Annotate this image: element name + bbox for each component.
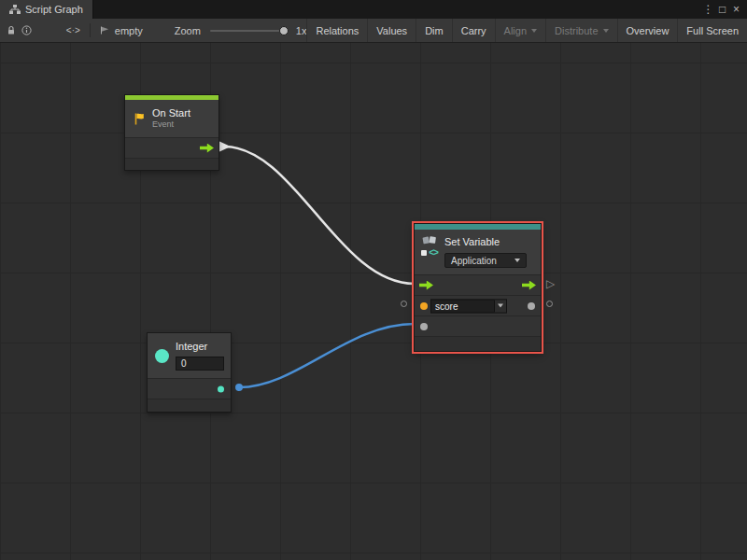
set-variable-header: <> Set Variable Application xyxy=(415,230,541,274)
wire-flow-arrow-icon xyxy=(218,141,231,152)
on-start-port-row xyxy=(125,137,218,158)
relations-button[interactable]: Relations xyxy=(306,19,367,42)
flow-output-stub-icon: ▷ xyxy=(546,278,555,289)
carry-label: Carry xyxy=(461,25,486,36)
input-stub-icon xyxy=(401,301,407,307)
chevron-down-icon xyxy=(603,29,609,33)
variable-name-dropdown-button[interactable] xyxy=(494,300,506,312)
scope-value: Application xyxy=(451,256,497,266)
align-button[interactable]: Align xyxy=(495,19,545,42)
dim-button[interactable]: Dim xyxy=(416,19,452,42)
graph-name-label: empty xyxy=(115,25,143,36)
toolbar-buttons: Relations Values Dim Carry Align Distrib… xyxy=(306,19,747,42)
maximize-icon[interactable]: □ xyxy=(715,0,729,19)
full-screen-button[interactable]: Full Screen xyxy=(677,19,747,42)
empty-flag-icon xyxy=(100,25,110,35)
flag-icon xyxy=(133,112,147,126)
align-label: Align xyxy=(504,25,527,36)
node-title: On Start xyxy=(152,107,190,119)
zoom-slider-knob[interactable] xyxy=(279,26,289,35)
tab-script-graph[interactable]: Script Graph xyxy=(0,0,93,19)
node-subtitle: Event xyxy=(152,119,190,130)
info-icon[interactable] xyxy=(19,22,34,39)
graph-toolbar: <·> empty Zoom 1x Relations Values Dim C… xyxy=(0,19,747,43)
overview-button[interactable]: Overview xyxy=(617,19,678,42)
tab-title: Script Graph xyxy=(25,4,83,15)
close-icon[interactable]: × xyxy=(729,0,743,19)
carry-button[interactable]: Carry xyxy=(452,19,495,42)
flow-output-port[interactable] xyxy=(522,281,536,290)
node-title: Integer xyxy=(176,341,224,353)
dim-label: Dim xyxy=(425,25,444,36)
window-controls: ⋮ □ × xyxy=(701,0,747,19)
code-icon: <> xyxy=(421,248,438,258)
wire-value[interactable] xyxy=(239,324,415,387)
menu-icon[interactable]: ⋮ xyxy=(701,0,715,19)
full-screen-label: Full Screen xyxy=(686,25,739,36)
chevron-down-icon xyxy=(514,259,520,262)
integer-icon xyxy=(155,349,169,363)
node-set-variable[interactable]: <> Set Variable Application score xyxy=(414,223,542,352)
wire-value-start-dot xyxy=(235,384,243,391)
overview-label: Overview xyxy=(627,25,669,36)
chevron-down-icon xyxy=(531,29,537,33)
zoom-slider[interactable] xyxy=(210,30,289,32)
values-label: Values xyxy=(376,25,407,36)
output-stub-icon xyxy=(546,301,553,307)
variables-icon xyxy=(422,235,437,245)
variable-name-field[interactable]: score xyxy=(430,299,507,313)
zoom-label: Zoom xyxy=(175,25,201,36)
name-input-port[interactable] xyxy=(420,302,428,310)
lock-icon[interactable] xyxy=(4,22,19,39)
variable-scope-dropdown[interactable]: Application xyxy=(444,253,527,268)
value-port-row xyxy=(415,315,541,336)
graph-icon xyxy=(9,5,21,14)
name-port-row: score xyxy=(415,295,541,315)
code-toggle-icon[interactable]: <·> xyxy=(66,25,80,35)
integer-value-field[interactable]: 0 xyxy=(176,357,224,371)
integer-port-row xyxy=(148,378,231,399)
node-title: Set Variable xyxy=(444,236,527,248)
chevron-down-icon xyxy=(498,304,503,308)
zoom-value: 1x xyxy=(296,25,307,36)
title-bar: Script Graph ⋮ □ × xyxy=(0,0,747,19)
variable-name-value: score xyxy=(431,300,494,312)
wire-flow[interactable] xyxy=(224,147,415,284)
values-button[interactable]: Values xyxy=(367,19,416,42)
integer-output-port[interactable] xyxy=(218,385,224,392)
value-output-port[interactable] xyxy=(528,302,535,310)
node-footer xyxy=(415,336,541,351)
connection-wires xyxy=(0,43,747,560)
flow-output-port[interactable] xyxy=(200,144,214,153)
code-glyph-text: <> xyxy=(429,248,438,258)
distribute-label: Distribute xyxy=(555,25,598,36)
node-footer xyxy=(148,399,231,412)
flow-input-port[interactable] xyxy=(419,281,433,290)
node-footer xyxy=(125,158,218,170)
relations-label: Relations xyxy=(316,25,359,36)
toolbar-divider xyxy=(90,23,91,37)
graph-canvas[interactable]: On Start Event <> S xyxy=(0,43,747,560)
distribute-button[interactable]: Distribute xyxy=(545,19,616,42)
integer-header: Integer 0 xyxy=(148,333,231,378)
script-graph-window: Script Graph ⋮ □ × <·> xyxy=(0,0,747,560)
value-input-port[interactable] xyxy=(420,323,428,330)
on-start-header: On Start Event xyxy=(125,100,218,137)
node-on-start[interactable]: On Start Event xyxy=(124,94,219,171)
node-integer[interactable]: Integer 0 xyxy=(147,332,232,413)
graph-name-indicator: empty xyxy=(100,25,143,36)
flow-port-row xyxy=(415,274,541,295)
